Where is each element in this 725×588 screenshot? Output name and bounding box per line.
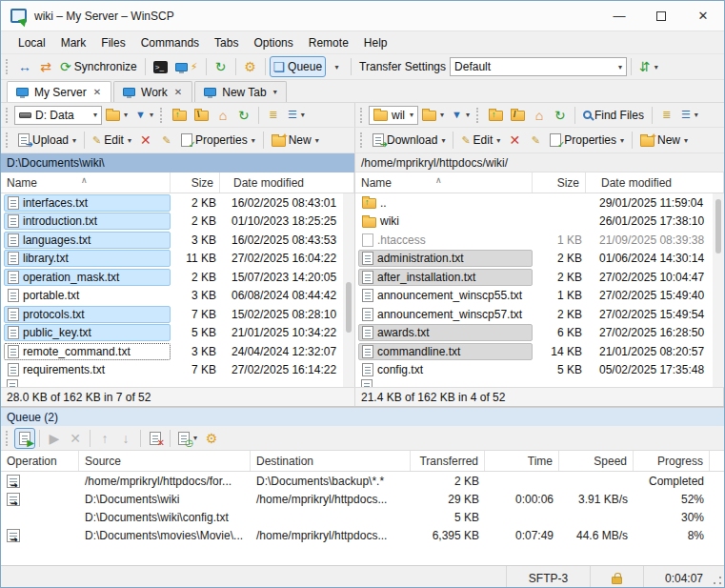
file-row[interactable]: wiki 26/01/2025 17:38:10 — [355, 213, 724, 232]
local-view-style-button[interactable]: ☰▾ — [284, 105, 309, 126]
menu-item-remote[interactable]: Remote — [301, 33, 356, 52]
column-header-speed[interactable]: Speed — [559, 451, 634, 471]
remote-open-directory-button[interactable]: ▾ — [418, 105, 448, 126]
queue-move-down-button[interactable]: ↓ — [115, 428, 136, 449]
open-terminal-button[interactable]: >_ — [150, 56, 171, 77]
resize-panes-button[interactable]: ↔ — [14, 56, 35, 77]
menu-item-mark[interactable]: Mark — [53, 33, 94, 52]
column-header-progress[interactable]: Progress — [634, 451, 710, 471]
download-button[interactable]: ➜Download▾ — [369, 130, 449, 151]
queue-delete-all-button[interactable]: ✕ — [145, 428, 166, 449]
column-header-date-modified[interactable]: Date modified — [595, 172, 724, 193]
local-open-directory-button[interactable]: ▾ — [102, 105, 131, 126]
statusbar-protocol[interactable]: SFTP-3 — [507, 566, 591, 588]
scrollbar-thumb[interactable] — [346, 282, 352, 333]
toggle-queue-button[interactable]: ❏Queue — [270, 56, 327, 77]
menu-item-local[interactable]: Local — [10, 33, 53, 52]
synchronize-button[interactable]: ⟳Synchronize — [56, 56, 141, 77]
file-row[interactable]: remote_command.txt 3 KB 24/04/2024 12:32… — [1, 342, 354, 361]
statusbar-security-cell[interactable] — [591, 566, 644, 588]
file-row[interactable]: after_installation.txt 2 KB 27/02/2025 1… — [355, 268, 724, 287]
menu-item-commands[interactable]: Commands — [133, 33, 207, 52]
remote-delete-button[interactable]: ✕ — [504, 130, 525, 151]
file-row[interactable]: announcement_winscp55.txt 1 KB 27/02/202… — [355, 287, 724, 306]
file-row[interactable]: portable.txt 3 KB 06/08/2024 08:44:42 — [1, 287, 354, 306]
remote-view-style-button[interactable]: ☰▾ — [677, 105, 702, 126]
column-header-name[interactable]: Name — [355, 172, 533, 193]
local-path-bar[interactable]: D:\Documents\wiki\ — [1, 153, 354, 172]
file-row[interactable]: operation_mask.txt 2 KB 15/07/2023 14:20… — [1, 268, 354, 287]
file-row[interactable]: languages.txt 3 KB 16/02/2025 08:43:53 — [1, 231, 354, 250]
queue-idle-action-button[interactable]: ◷▾ — [174, 428, 201, 449]
local-vertical-scrollbar[interactable] — [343, 193, 354, 387]
local-refresh-button[interactable]: ↻ — [233, 105, 254, 126]
column-header-source[interactable]: Source — [79, 451, 251, 471]
queue-title[interactable]: Queue (2) — [1, 408, 724, 426]
queue-row[interactable]: ➜ D:\Documents\movies\Movie\... /home/mp… — [1, 526, 724, 544]
remote-vertical-scrollbar[interactable] — [713, 193, 724, 387]
column-header-date-modified[interactable]: Date modified — [228, 172, 354, 193]
local-drive-combobox[interactable]: D: Data ▾ — [14, 106, 102, 125]
maximize-button[interactable] — [640, 1, 682, 30]
file-row[interactable]: commandline.txt 14 KB 21/01/2025 08:20:5… — [355, 342, 724, 361]
queue-resume-button[interactable]: ▶ — [44, 428, 65, 449]
remote-rename-button[interactable]: ✎ — [525, 130, 546, 151]
close-tab-icon[interactable]: ✕ — [173, 87, 183, 97]
remote-refresh-button[interactable]: ↻ — [550, 105, 571, 126]
local-edit-button[interactable]: ✎Edit▾ — [89, 130, 135, 151]
file-row[interactable]: administration.txt 2 KB 01/06/2024 14:30… — [355, 250, 724, 269]
queue-preferences-button[interactable]: ⚙ — [201, 428, 222, 449]
minimize-button[interactable]: — — [598, 1, 640, 30]
file-row[interactable]: library.txt 11 KB 27/02/2025 16:04:22 — [1, 250, 354, 269]
local-filter-button[interactable]: ▼▾ — [131, 105, 157, 126]
remote-root-directory-button[interactable]: / — [507, 105, 529, 126]
queue-dropdown-button[interactable]: ▾ — [326, 56, 347, 77]
menu-item-help[interactable]: Help — [356, 33, 395, 52]
close-button[interactable]: ✕ — [682, 1, 724, 30]
remote-directory-combobox[interactable]: wil ▾ — [369, 106, 418, 125]
file-row[interactable]: awards.txt 6 KB 27/02/2025 16:28:50 — [355, 324, 724, 343]
open-in-putty-button[interactable]: ⚡ — [171, 56, 202, 77]
close-tab-icon[interactable]: ✕ — [92, 87, 102, 97]
upload-button[interactable]: ➜Upload▾ — [14, 130, 80, 151]
local-home-directory-button[interactable]: ⌂ — [212, 105, 233, 126]
local-rename-button[interactable]: ✎ — [156, 130, 177, 151]
local-properties-button[interactable]: ✓Properties▾ — [177, 130, 259, 151]
synchronize-browsing-button[interactable]: ⇄ — [35, 56, 56, 77]
local-directory-tree-button[interactable]: ≣ — [263, 105, 284, 126]
queue-row[interactable]: ➜ /home/mprikryl/httpdocs/for... D:\Docu… — [1, 472, 724, 490]
file-row[interactable]: public_key.txt 5 KB 21/01/2025 10:34:22 — [1, 324, 354, 343]
column-header-size[interactable]: Size — [171, 172, 220, 193]
column-header-operation[interactable]: Operation — [1, 451, 79, 471]
file-row[interactable]: announcement_winscp57.txt 2 KB 27/02/202… — [355, 305, 724, 324]
column-header-size[interactable]: Size — [533, 172, 586, 193]
menu-item-options[interactable]: Options — [246, 33, 300, 52]
remote-path-bar[interactable]: /home/mprikryl/httpdocs/wiki/ — [355, 153, 724, 172]
remote-edit-button[interactable]: ✎Edit▾ — [457, 130, 504, 151]
file-row[interactable]: .htaccess 1 KB 21/09/2025 08:39:38 — [355, 231, 724, 250]
local-parent-directory-button[interactable]: ↑ — [169, 105, 191, 126]
transfer-options-button[interactable]: ⇵▾ — [635, 56, 662, 77]
menu-item-files[interactable]: Files — [93, 33, 132, 52]
file-row[interactable]: protocols.txt 7 KB 15/02/2025 08:28:10 — [1, 305, 354, 324]
file-row[interactable]: introduction.txt 2 KB 01/10/2023 18:25:2… — [1, 213, 354, 232]
remote-parent-directory-button[interactable]: ↑ — [485, 105, 507, 126]
resize-grip[interactable] — [713, 576, 722, 585]
local-new-button[interactable]: ✦New▾ — [268, 130, 323, 151]
transfer-settings-combobox[interactable]: Default ▾ — [450, 57, 627, 76]
menu-item-tabs[interactable]: Tabs — [207, 33, 246, 52]
file-row[interactable]: interfaces.txt 2 KB 16/02/2025 08:43:01 — [1, 193, 354, 213]
file-row[interactable]: ↑ .. 29/01/2025 11:59:04 — [355, 193, 724, 213]
file-row[interactable]: requirements.txt 7 KB 27/02/2025 16:14:2… — [1, 361, 354, 380]
remote-filter-button[interactable]: ▼▾ — [448, 105, 473, 126]
remote-properties-button[interactable]: ✓Properties▾ — [546, 130, 628, 151]
local-delete-button[interactable]: ✕ — [135, 130, 156, 151]
queue-row[interactable]: D:\Documents\wiki\config.txt 5 KB 30% — [1, 508, 724, 526]
scrollbar-thumb[interactable] — [715, 199, 721, 253]
tab-new-tab[interactable]: New Tab ▾ — [194, 81, 287, 102]
preferences-button[interactable]: ⚙ — [240, 56, 261, 77]
file-row[interactable]: config.txt 5 KB 05/02/2025 17:35:48 — [355, 361, 724, 380]
remote-new-button[interactable]: ✦New▾ — [636, 130, 692, 151]
column-header-time[interactable]: Time — [485, 451, 559, 471]
local-root-directory-button[interactable]: \ — [191, 105, 212, 126]
